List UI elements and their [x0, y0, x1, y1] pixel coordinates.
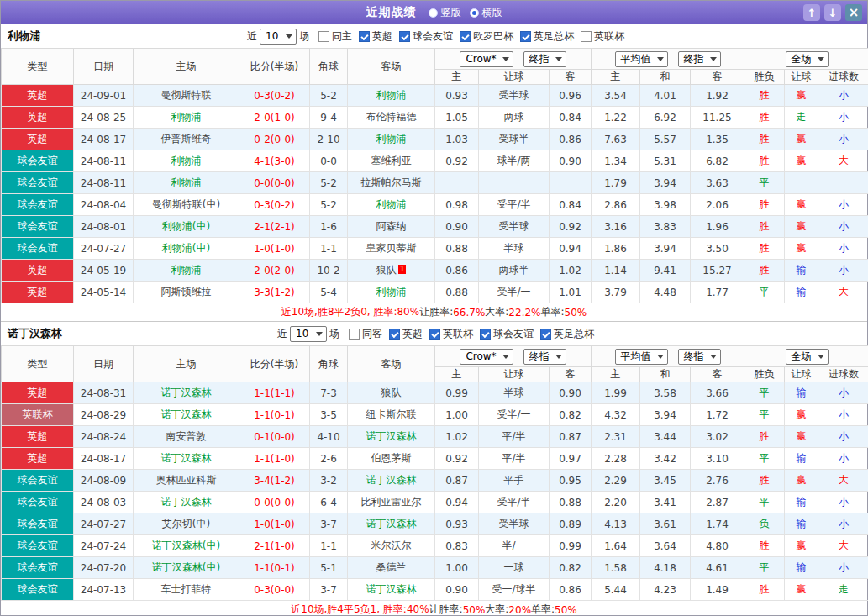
- ah-result: 输: [785, 448, 818, 470]
- average-odds-select[interactable]: 平均值: [615, 51, 668, 67]
- match-count-select[interactable]: 10: [290, 326, 327, 342]
- filter-checkbox[interactable]: 英联杯: [581, 29, 624, 44]
- titlebar: 近期战绩 竖版横版 ↑ ↓ ×: [1, 1, 867, 24]
- move-down-button[interactable]: ↓: [824, 4, 841, 21]
- eu-away-odds: 3.02: [691, 426, 744, 448]
- home-team-name: 艾尔切(中): [162, 518, 210, 529]
- eu-draw-odds: 4.01: [640, 85, 691, 107]
- eu-away-odds: 15.27: [691, 260, 744, 282]
- match-date: 24-08-11: [74, 150, 134, 172]
- match-date: 24-07-27: [74, 238, 134, 260]
- match-date: 24-08-03: [74, 492, 134, 513]
- close-button[interactable]: ×: [845, 4, 862, 21]
- home-team-name: 利物浦(中): [162, 220, 210, 232]
- scope-select[interactable]: 全场: [786, 349, 829, 365]
- checkbox-checked-icon: [429, 329, 440, 340]
- filter-checkbox[interactable]: 欧罗巴杯: [460, 29, 513, 44]
- league-badge: 英超: [2, 107, 74, 129]
- score: 0-1(0-0): [239, 426, 310, 448]
- layout-radio-1[interactable]: 横版: [470, 6, 502, 20]
- filter-checkbox[interactable]: 同客: [349, 327, 382, 341]
- filter-checkbox[interactable]: 英足总杯: [540, 327, 594, 341]
- home-team: 伊普斯维奇: [134, 129, 239, 150]
- match-row: 球会友谊24-07-13车士打菲特0-3(0-0)3-7诺丁汉森林0.90受一/…: [2, 579, 868, 601]
- filter-checkbox[interactable]: 英超: [359, 29, 392, 44]
- odds-stage-select[interactable]: 终指: [523, 51, 566, 67]
- dropdown-arrow-icon: [710, 57, 717, 61]
- radio-unselected-icon: [429, 8, 438, 18]
- away-team: 塞维利亚: [348, 150, 435, 172]
- checkbox-checked-icon: [540, 329, 551, 340]
- select-value: Crow*: [466, 54, 496, 64]
- filter-checkbox[interactable]: 英联杯: [429, 327, 473, 341]
- eu-home-odds: 1.34: [592, 150, 640, 172]
- layout-radios: 竖版横版: [429, 6, 502, 20]
- league-badge: 球会友谊: [2, 238, 74, 260]
- ah-result: 输: [785, 513, 818, 535]
- ah-result: 赢: [785, 404, 818, 426]
- filter-checkbox[interactable]: 球会友谊: [399, 29, 453, 44]
- ou-result: 小: [818, 492, 868, 513]
- score: 0-3(0-2): [239, 85, 310, 107]
- col-header: 日期: [74, 346, 134, 382]
- away-team-name: 拉斯帕尔马斯: [361, 176, 422, 188]
- average-odds-select[interactable]: 平均值: [615, 349, 668, 365]
- bookmaker-select[interactable]: Crow*: [460, 51, 513, 67]
- sub-col-header: 客: [691, 70, 744, 85]
- sub-col-header: 和: [640, 70, 691, 85]
- ah-away-odds: 0.96: [550, 85, 592, 107]
- match-count-select[interactable]: 10: [260, 29, 297, 45]
- bookmaker-select[interactable]: Crow*: [460, 349, 513, 365]
- away-team-name: 布伦特福德: [366, 111, 417, 123]
- score: 0-0(0-0): [239, 172, 310, 194]
- score: 0-3(0-0): [239, 579, 310, 601]
- home-team-name: 诺丁汉森林: [161, 496, 212, 508]
- filter-checkbox[interactable]: 英超: [389, 327, 423, 341]
- scope-select[interactable]: 全场: [786, 51, 829, 67]
- ah-result: 赢: [785, 579, 818, 601]
- dropdown-arrow-icon: [316, 332, 323, 336]
- away-team-name: 塞维利亚: [371, 155, 412, 166]
- ou-result: 走: [818, 579, 868, 601]
- col-header: 客场: [348, 346, 435, 382]
- panel-title: 近期战绩: [366, 5, 417, 20]
- corner-score: 2-6: [310, 448, 348, 470]
- league-badge: 球会友谊: [2, 492, 74, 513]
- ah-line: 半球: [479, 238, 550, 260]
- select-value: 全场: [792, 54, 812, 64]
- eu-home-odds: 5.44: [592, 579, 640, 601]
- ou-result: 大: [818, 150, 868, 172]
- dropdown-arrow-icon: [555, 57, 562, 61]
- eu-home-odds: 3.16: [592, 216, 640, 238]
- home-team: 诺丁汉森林(中): [134, 557, 239, 579]
- select-value: 终指: [529, 54, 550, 64]
- filter-checkbox[interactable]: 英足总杯: [520, 29, 574, 44]
- odds-stage-select[interactable]: 终指: [678, 349, 721, 365]
- sub-col-header: 客: [550, 367, 592, 382]
- filter-group: 近10场同主英超球会友谊欧罗巴杯英足总杯英联杯: [245, 24, 624, 48]
- match-result: 胜: [744, 85, 785, 107]
- eu-draw-odds: 5.57: [640, 129, 691, 150]
- move-up-button[interactable]: ↑: [803, 4, 820, 21]
- eu-draw-odds: 3.94: [640, 404, 691, 426]
- ah-home-odds: 1.00: [435, 404, 479, 426]
- dropdown-arrow-icon: [710, 355, 717, 359]
- checkbox-checked-icon: [520, 31, 531, 42]
- match-date: 24-07-20: [74, 557, 134, 579]
- ah-away-odds: 0.99: [550, 535, 592, 557]
- dropdown-arrow-icon: [502, 355, 509, 359]
- filter-checkbox[interactable]: 球会友谊: [480, 327, 534, 341]
- ah-away-odds: 0.89: [550, 513, 592, 535]
- titlebar-buttons: ↑ ↓ ×: [803, 4, 862, 21]
- match-date: 24-08-29: [74, 404, 134, 426]
- scope-header: 全场: [744, 346, 868, 367]
- eu-home-odds: 2.20: [592, 492, 640, 513]
- odds-stage-select[interactable]: 终指: [523, 349, 566, 365]
- odds-stage-select[interactable]: 终指: [678, 51, 721, 67]
- layout-radio-0[interactable]: 竖版: [429, 6, 461, 20]
- ah-line: 半球: [479, 382, 550, 404]
- away-team: 利物浦: [348, 129, 435, 150]
- eu-away-odds: 11.25: [691, 107, 744, 129]
- filter-checkbox[interactable]: 同主: [318, 29, 352, 44]
- ah-home-odds: 0.98: [435, 194, 479, 216]
